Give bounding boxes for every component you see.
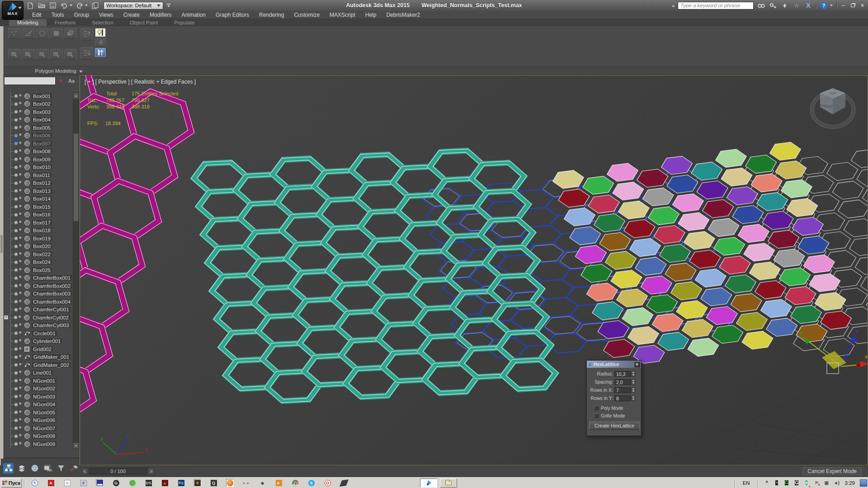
visibility-bulb-icon[interactable] [14, 371, 18, 375]
freeze-icon[interactable]: * [19, 252, 23, 257]
dialog-close-button[interactable]: × [634, 361, 640, 367]
object-name[interactable]: Box014 [32, 196, 52, 202]
visibility-bulb-icon[interactable] [14, 442, 18, 446]
menu-debrismaker2[interactable]: DebrisMaker2 [381, 11, 425, 19]
menu-customize[interactable]: Customize [289, 11, 325, 19]
lightning-quicklaunch[interactable]: ϟ [31, 479, 38, 487]
explorer-item-ChamferBox004[interactable]: *ChamferBox004 [4, 298, 73, 306]
visibility-bulb-icon[interactable] [14, 213, 18, 216]
explorer-item-Cylinder001[interactable]: *Cylinder001 [4, 338, 73, 346]
visibility-bulb-icon[interactable] [14, 118, 18, 122]
select-disc-button[interactable] [64, 49, 77, 60]
freeze-icon[interactable]: * [19, 442, 23, 446]
menu-help[interactable]: Help [360, 11, 382, 19]
object-name[interactable]: Grid002 [32, 347, 53, 352]
freeze-icon[interactable]: * [19, 339, 23, 343]
object-name[interactable]: NGon003 [32, 394, 57, 399]
visibility-bulb-icon[interactable] [14, 403, 18, 406]
device-tray-icon[interactable]: ▣ [823, 479, 830, 486]
visibility-bulb-icon[interactable] [14, 150, 18, 153]
scroll-down-arrow[interactable]: ▼ [73, 443, 79, 449]
visibility-bulb-icon[interactable] [14, 174, 18, 177]
freeze-icon[interactable]: * [19, 284, 23, 288]
explorer-item-Box002[interactable]: *Box002 [4, 100, 73, 108]
create-hexlattice-button[interactable]: Create HexLattice [589, 422, 640, 430]
visibility-bulb-icon[interactable] [14, 126, 18, 129]
explorer-item-Line001[interactable]: *Line001 [4, 369, 73, 377]
search-binoculars-icon[interactable] [757, 1, 765, 9]
explorer-item-NGon001[interactable]: *NGon001 [4, 377, 73, 385]
redo-caret-icon[interactable] [85, 5, 88, 6]
explorer-item-ChamferBox002[interactable]: *ChamferBox002 [4, 282, 73, 290]
freeze-icon[interactable]: * [19, 221, 23, 225]
3dsmax-task-button[interactable] [420, 479, 437, 488]
spinner[interactable] [631, 387, 636, 393]
object-name[interactable]: Box019 [32, 236, 52, 241]
object-name[interactable]: Box010 [32, 164, 52, 170]
freeze-icon[interactable]: * [19, 102, 23, 106]
checkbox-grille-mode[interactable]: Grille Mode [587, 412, 641, 419]
hierarchy-view-button[interactable] [3, 463, 14, 474]
hexlattice-dialog-titlebar[interactable]: HexLatttice × [587, 361, 641, 368]
photoshop-quicklaunch[interactable]: Ps [177, 479, 185, 487]
explorer-item-Box013[interactable]: *Box013 [4, 187, 73, 195]
visibility-bulb-icon[interactable] [14, 182, 18, 185]
checkbox-poly-mode[interactable]: Poly Mode [587, 404, 641, 412]
object-name[interactable]: Box004 [32, 117, 52, 122]
menu-tools[interactable]: Tools [47, 11, 69, 19]
explorer-item-Box003[interactable]: *Box003 [4, 108, 73, 116]
ribbon-tab-selection[interactable]: Selection [84, 19, 121, 26]
object-name[interactable]: Box024 [32, 259, 52, 265]
document-quicklaunch[interactable]: ≡ [63, 479, 71, 487]
object-name[interactable]: NGon004 [32, 402, 57, 407]
visibility-bulb-icon[interactable] [14, 356, 18, 359]
language-indicator[interactable]: EN [741, 480, 752, 486]
explorer-item-Circle001[interactable]: *Circle001 [4, 329, 73, 338]
visibility-bulb-icon[interactable] [14, 395, 18, 398]
menu-views[interactable]: Views [94, 11, 118, 19]
border-mode-button[interactable] [36, 28, 49, 39]
explorer-item-NGon004[interactable]: *NGon004 [4, 401, 73, 409]
folder-task-button[interactable] [440, 479, 457, 488]
new-scene-button[interactable] [26, 1, 34, 9]
spinner[interactable] [631, 371, 636, 377]
visibility-bulb-icon[interactable] [14, 229, 18, 232]
explorer-item-Box024[interactable]: *Box024 [4, 258, 73, 267]
explorer-item-Box012[interactable]: *Box012 [4, 179, 73, 188]
visibility-bulb-icon[interactable] [14, 221, 18, 224]
visibility-bulb-icon[interactable] [14, 347, 18, 351]
save-file-button[interactable] [49, 1, 57, 9]
freeze-icon[interactable]: * [19, 410, 23, 415]
orange-player-quicklaunch[interactable]: ► [275, 479, 283, 487]
visibility-bulb-icon[interactable] [14, 284, 18, 287]
menu-edit[interactable]: Edit [27, 11, 47, 19]
explorer-item-Box019[interactable]: *Box019 [4, 235, 73, 243]
visibility-bulb-icon[interactable] [14, 110, 18, 113]
flag-tray-icon[interactable]: ⚑ [813, 479, 820, 486]
visibility-bulb-icon[interactable] [14, 411, 18, 414]
object-name[interactable]: NGon006 [32, 418, 57, 423]
freeze-icon[interactable]: * [19, 268, 23, 272]
help-caret-icon[interactable] [830, 5, 833, 6]
explorer-item-ChamferCyl001[interactable]: *ChamferCyl001 [4, 306, 73, 314]
freeze-icon[interactable]: * [19, 117, 23, 122]
visibility-bulb-icon[interactable] [14, 103, 18, 106]
object-name[interactable]: Box005 [32, 125, 52, 131]
minimize-button[interactable]: – [840, 3, 846, 9]
explorer-item-Box020[interactable]: *Box020 [4, 243, 73, 251]
opera-quicklaunch[interactable]: O [324, 479, 331, 487]
object-name[interactable]: NGon002 [32, 386, 57, 391]
explorer-item-NGon005[interactable]: *NGon005 [4, 408, 73, 417]
visibility-bulb-icon[interactable] [14, 245, 18, 248]
object-name[interactable]: NGon009 [32, 441, 57, 447]
freeze-icon[interactable]: * [19, 347, 23, 352]
undo-caret-icon[interactable] [70, 5, 72, 6]
visibility-bulb-icon[interactable] [14, 253, 18, 256]
box3d-quicklaunch[interactable]: ◆ [259, 479, 266, 487]
object-name[interactable]: Cylinder001 [32, 338, 62, 344]
eraser-quicklaunch[interactable] [340, 479, 348, 487]
logitech-tray-icon[interactable]: G [793, 479, 800, 486]
next-frame-button[interactable]: > [148, 468, 155, 475]
explorer-item-GridMaker_001[interactable]: *GridMaker_001 [4, 353, 73, 361]
visibility-bulb-icon[interactable] [14, 197, 18, 201]
